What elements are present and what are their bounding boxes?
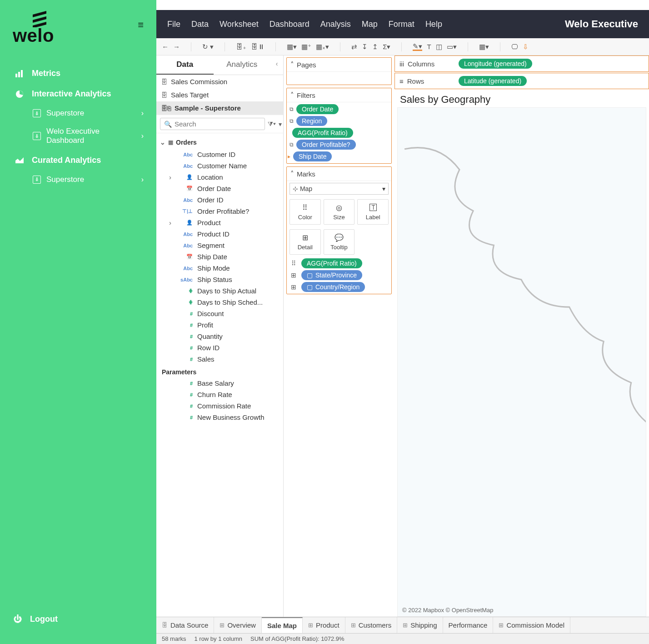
tab-data[interactable]: Data bbox=[156, 55, 214, 75]
datasource-item[interactable]: 🗄⎘Sample - Superstore bbox=[156, 101, 283, 115]
menu-analysis[interactable]: Analysis bbox=[320, 20, 351, 29]
field-item[interactable]: AbcProduct ID bbox=[160, 228, 283, 240]
pages-shelf[interactable]: ˄Pages bbox=[286, 57, 392, 85]
tab-analytics[interactable]: Analytics bbox=[214, 55, 271, 75]
worksheet-tab[interactable]: ⊞Shipping bbox=[397, 617, 443, 633]
field-item[interactable]: AbcCustomer Name bbox=[160, 160, 283, 171]
menu-data[interactable]: Data bbox=[191, 20, 209, 29]
mark-tooltip[interactable]: 💬Tooltip bbox=[324, 229, 355, 255]
menu-help[interactable]: Help bbox=[425, 20, 442, 29]
pause-icon[interactable]: 🗄⏸ bbox=[251, 43, 265, 50]
swap-icon[interactable]: ⇄ bbox=[351, 43, 357, 51]
menu-map[interactable]: Map bbox=[362, 20, 378, 29]
worksheet-tab[interactable]: ⊞Overview bbox=[214, 617, 262, 633]
download-icon[interactable]: ⇩ bbox=[523, 43, 529, 51]
table-header[interactable]: ⌄▦Orders bbox=[160, 136, 283, 149]
filter-pill[interactable]: Order Date bbox=[296, 104, 339, 114]
new-datasource-icon[interactable]: 🗄₊ bbox=[236, 43, 246, 51]
nav-interactive[interactable]: Interactive Analytics bbox=[13, 85, 156, 103]
new-worksheet-icon[interactable]: ▦▾ bbox=[287, 43, 297, 51]
filter-pill[interactable]: Region bbox=[296, 116, 327, 126]
parameter-item[interactable]: #Base Salary bbox=[160, 377, 283, 389]
nav-sub-label: Superstore bbox=[46, 175, 84, 184]
columns-pill[interactable]: Longitude (generated) bbox=[459, 59, 532, 69]
datasource-item[interactable]: 🗄Sales Commission bbox=[156, 75, 283, 88]
undo-icon[interactable]: ← bbox=[162, 43, 169, 50]
field-item[interactable]: ⊤|⊥Order Profitable? bbox=[160, 206, 283, 217]
field-item[interactable]: #Quantity bbox=[160, 331, 283, 342]
field-item[interactable]: AbcShip Mode bbox=[160, 262, 283, 274]
nav-curated[interactable]: Curated Analytics bbox=[13, 151, 156, 170]
refresh-icon[interactable]: ↻ ▾ bbox=[202, 43, 214, 51]
logout-button[interactable]: ⏻ Logout bbox=[13, 614, 156, 633]
field-item[interactable]: 📅Order Date bbox=[160, 183, 283, 194]
parameter-item[interactable]: #Churn Rate bbox=[160, 389, 283, 400]
field-item[interactable]: ›👤Location bbox=[160, 171, 283, 183]
group-icon[interactable]: ◫ bbox=[436, 43, 442, 51]
field-item[interactable]: ⋕Days to Ship Actual bbox=[160, 285, 283, 297]
field-item[interactable]: AbcCustomer ID bbox=[160, 149, 283, 160]
filter-pill[interactable]: Ship Date bbox=[293, 151, 332, 161]
marks-shelf[interactable]: ˄Marks ⊹ Map▾ ⠿Color ◎Size 🅃Label ⊞Detai… bbox=[286, 166, 392, 294]
sort-asc-icon[interactable]: ↧ bbox=[362, 43, 368, 51]
field-item[interactable]: ⋕Days to Ship Sched... bbox=[160, 297, 283, 308]
map-visualization[interactable]: © 2022 Mapbox © OpenStreetMap bbox=[397, 107, 646, 617]
rows-shelf[interactable]: ≡Rows Latitude (generated) bbox=[394, 73, 649, 89]
mark-label[interactable]: 🅃Label bbox=[357, 199, 389, 225]
field-item[interactable]: #Row ID bbox=[160, 342, 283, 353]
sort-desc-icon[interactable]: ↥ bbox=[372, 43, 378, 51]
duplicate-icon[interactable]: ▦⁺ bbox=[301, 43, 311, 51]
mark-detail[interactable]: ⊞Detail bbox=[290, 229, 321, 255]
field-item[interactable]: #Profit bbox=[160, 319, 283, 331]
redo-icon[interactable]: → bbox=[173, 43, 180, 50]
worksheet-tab[interactable]: ⊞Product bbox=[303, 617, 345, 633]
show-me-icon[interactable]: ▦▾ bbox=[479, 43, 489, 51]
text-icon[interactable]: T bbox=[427, 43, 431, 50]
totals-icon[interactable]: Σ▾ bbox=[383, 43, 390, 51]
field-item[interactable]: AbcOrder ID bbox=[160, 194, 283, 206]
field-item[interactable]: AbcSegment bbox=[160, 240, 283, 251]
mark-pill[interactable]: ▢ Country/Region bbox=[301, 282, 365, 292]
menu-worksheet[interactable]: Worksheet bbox=[220, 20, 259, 29]
nav-metrics[interactable]: Metrics bbox=[13, 64, 156, 83]
columns-shelf[interactable]: iiiColumns Longitude (generated) bbox=[394, 55, 649, 72]
field-item[interactable]: #Sales bbox=[160, 353, 283, 365]
filter-icon[interactable]: ⧩▾ bbox=[268, 120, 276, 128]
field-item[interactable]: 📅Ship Date bbox=[160, 251, 283, 262]
rows-pill[interactable]: Latitude (generated) bbox=[459, 76, 527, 86]
nav-sub-welo-exec[interactable]: ⇩ Welo Executive Dashboard › bbox=[13, 123, 156, 149]
worksheet-tab[interactable]: Performance bbox=[443, 617, 494, 633]
highlight-icon[interactable]: ✎▾ bbox=[413, 43, 422, 51]
datasource-item[interactable]: 🗄Sales Target bbox=[156, 88, 283, 101]
parameter-item[interactable]: #Commission Rate bbox=[160, 400, 283, 412]
field-item[interactable]: sAbcShip Status bbox=[160, 274, 283, 285]
menu-dashboard[interactable]: Dashboard bbox=[270, 20, 310, 29]
fit-icon[interactable]: ▭▾ bbox=[447, 43, 457, 51]
filter-pill[interactable]: Order Profitable? bbox=[296, 140, 356, 150]
filters-shelf[interactable]: ˄Filters ⧉Order Date⧉RegionAGG(Profit Ra… bbox=[286, 88, 392, 164]
mark-size[interactable]: ◎Size bbox=[324, 199, 355, 225]
view-menu-icon[interactable]: ▾ bbox=[279, 121, 282, 128]
mark-pill[interactable]: AGG(Profit Ratio) bbox=[301, 258, 362, 268]
mark-color[interactable]: ⠿Color bbox=[290, 199, 321, 225]
field-item[interactable]: #Discount bbox=[160, 308, 283, 319]
field-item[interactable]: ›👤Product bbox=[160, 217, 283, 228]
worksheet-tab[interactable]: Sale Map bbox=[262, 617, 303, 633]
panel-collapse-icon[interactable]: ‹ bbox=[270, 55, 283, 75]
clear-icon[interactable]: ▦ₓ▾ bbox=[316, 43, 329, 51]
worksheet-tab[interactable]: 🗄Data Source bbox=[156, 617, 214, 633]
worksheet-tab[interactable]: ⊞Customers bbox=[345, 617, 398, 633]
menu-format[interactable]: Format bbox=[389, 20, 414, 29]
mark-type-select[interactable]: ⊹ Map▾ bbox=[290, 183, 389, 195]
field-type-icon: Abc bbox=[179, 197, 193, 203]
menu-file[interactable]: File bbox=[167, 20, 180, 29]
sidebar-collapse-icon[interactable]: ≡ bbox=[138, 19, 144, 31]
search-input[interactable] bbox=[175, 120, 261, 128]
filter-pill[interactable]: AGG(Profit Ratio) bbox=[292, 128, 353, 138]
worksheet-tab[interactable]: ⊞Commission Model bbox=[493, 617, 570, 633]
parameter-item[interactable]: #New Business Growth bbox=[160, 412, 283, 423]
nav-sub-superstore-2[interactable]: ⇩Superstore › bbox=[13, 171, 156, 188]
mark-pill[interactable]: ▢ State/Province bbox=[301, 270, 362, 280]
nav-sub-superstore[interactable]: ⇩Superstore › bbox=[13, 105, 156, 121]
presentation-icon[interactable]: 🖵 bbox=[511, 43, 518, 50]
